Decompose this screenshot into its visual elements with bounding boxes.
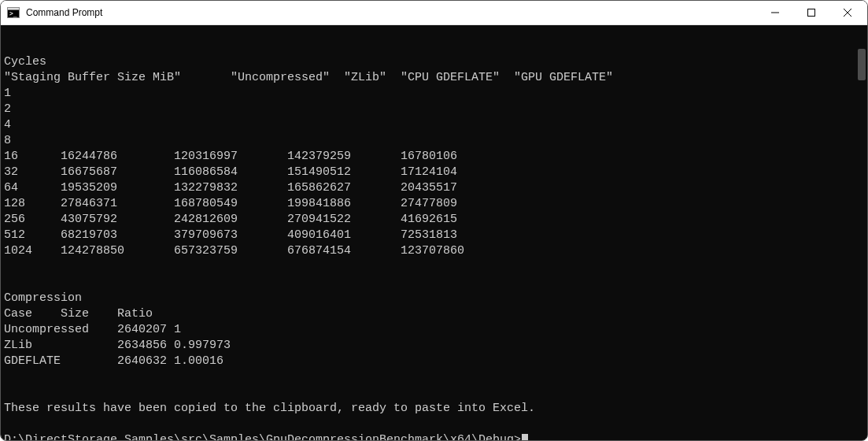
minimize-button[interactable] [757,1,793,24]
scrollbar-track[interactable] [856,25,867,441]
svg-rect-4 [808,9,815,17]
close-button[interactable] [829,1,866,24]
window-title: Command Prompt [26,7,102,18]
terminal-area[interactable]: Cycles "Staging Buffer Size MiB" "Uncomp… [1,25,867,441]
terminal-output[interactable]: Cycles "Staging Buffer Size MiB" "Uncomp… [1,37,856,441]
text-cursor [522,434,528,441]
svg-text:>_: >_ [9,10,17,17]
scrollbar-thumb[interactable] [858,49,866,80]
command-prompt-icon: >_ [7,6,20,19]
titlebar[interactable]: >_ Command Prompt [1,1,867,25]
command-prompt-window: >_ Command Prompt Cycles "Staging Buffer… [0,0,868,441]
maximize-button[interactable] [793,1,829,24]
